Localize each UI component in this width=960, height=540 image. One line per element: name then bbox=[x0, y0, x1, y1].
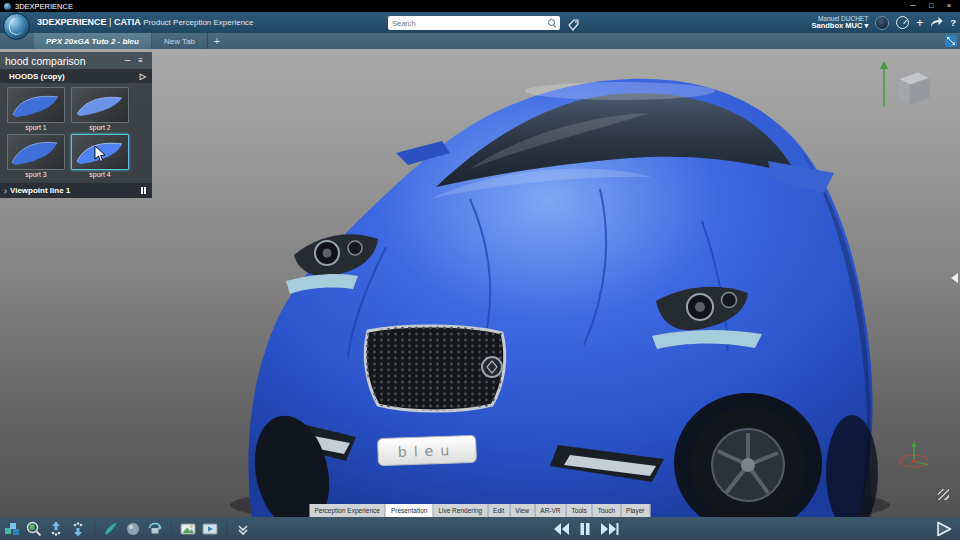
tab-ar-vr[interactable]: AR-VR bbox=[535, 504, 566, 517]
3ds-compass-logo[interactable] bbox=[3, 13, 30, 40]
window-titlebar: 3DEXPERIENCE ─ □ × bbox=[0, 0, 960, 12]
axis-triad-indicator bbox=[894, 439, 934, 475]
3d-viewport[interactable]: bleu hood comparison ─ ≡ HOODS (copy) ▷ … bbox=[0, 49, 960, 517]
app-icon bbox=[4, 3, 11, 10]
hood-comparison-panel: hood comparison ─ ≡ HOODS (copy) ▷ sport… bbox=[0, 52, 152, 198]
brand-divider: | bbox=[109, 17, 111, 27]
user-menu[interactable]: Manuel DUCHET Sandbox MUC ▾ bbox=[811, 15, 868, 30]
tab-tools[interactable]: Tools bbox=[567, 504, 593, 517]
viewpoint-row[interactable]: › Viewpoint line 1 bbox=[0, 183, 152, 198]
workshop-tabbar: Perception Experience Presentation Live … bbox=[309, 504, 650, 517]
explode-down-icon[interactable] bbox=[70, 521, 86, 537]
toolbar-separator bbox=[171, 521, 172, 536]
present-play-icon[interactable] bbox=[934, 520, 954, 540]
brand-suffix: Product Perception Experience bbox=[143, 18, 253, 27]
hood-thumbnail-image[interactable] bbox=[71, 87, 129, 123]
tab-perception-experience[interactable]: Perception Experience bbox=[309, 504, 385, 517]
panel-header[interactable]: hood comparison ─ ≡ bbox=[0, 52, 152, 69]
hood-thumb-label: sport 4 bbox=[70, 171, 130, 178]
tab-player[interactable]: Player bbox=[621, 504, 650, 517]
hood-shape-icon bbox=[8, 88, 64, 122]
close-button[interactable]: × bbox=[940, 0, 958, 12]
hood-shape-icon bbox=[8, 135, 64, 169]
viewpoint-label: Viewpoint line 1 bbox=[10, 186, 138, 195]
collapse-panel-arrow[interactable] bbox=[946, 273, 958, 283]
chevron-right-icon[interactable]: › bbox=[4, 186, 7, 196]
add-content-button[interactable]: + bbox=[916, 17, 923, 29]
viewpoint-pause-icon[interactable] bbox=[141, 187, 147, 194]
brand-text: 3DEXPERIENCE | CATIA Product Perception … bbox=[37, 12, 254, 33]
toolbar-separator bbox=[226, 521, 227, 536]
window-title: 3DEXPERIENCE bbox=[15, 2, 73, 11]
view-cube[interactable] bbox=[872, 57, 936, 119]
material-sphere-icon[interactable] bbox=[125, 521, 141, 537]
tab-touch[interactable]: Touch bbox=[593, 504, 621, 517]
search-icon[interactable] bbox=[548, 19, 556, 27]
document-tabbar: PPX 20xGA Tuto 2 - bleu New Tab + bbox=[0, 33, 960, 49]
zoom-model-icon[interactable] bbox=[26, 521, 42, 537]
hood-thumb-label: sport 2 bbox=[70, 124, 130, 131]
search-input[interactable] bbox=[392, 19, 548, 28]
tab-live-rendering[interactable]: Live Rendering bbox=[433, 504, 488, 517]
explode-up-icon[interactable] bbox=[48, 521, 64, 537]
tab-presentation[interactable]: Presentation bbox=[386, 504, 434, 517]
help-button[interactable]: ? bbox=[950, 17, 956, 28]
dashboard-gauge-icon[interactable] bbox=[896, 16, 909, 29]
hood-thumb-sport3[interactable]: sport 3 bbox=[6, 134, 66, 178]
hood-thumbnail-image[interactable] bbox=[7, 87, 65, 123]
hood-thumb-label: sport 1 bbox=[6, 124, 66, 131]
toolbar-separator bbox=[94, 521, 95, 536]
hood-thumbnail-image[interactable] bbox=[7, 134, 65, 170]
playback-controls bbox=[552, 517, 620, 540]
hood-shape-icon bbox=[72, 88, 128, 122]
hood-thumb-label: sport 3 bbox=[6, 171, 66, 178]
license-plate-text: bleu bbox=[398, 442, 457, 460]
app-window: 3DEXPERIENCE ─ □ × 3DEXPERIENCE | CATIA … bbox=[0, 0, 960, 540]
panel-title: hood comparison bbox=[5, 55, 121, 67]
tab-edit[interactable]: Edit bbox=[488, 504, 510, 517]
step-back-icon[interactable] bbox=[552, 522, 570, 536]
avatar[interactable] bbox=[875, 16, 889, 30]
action-toolbar bbox=[0, 517, 960, 540]
chevron-down-icon: ▾ bbox=[864, 21, 868, 30]
paint-brush-icon[interactable] bbox=[103, 521, 119, 537]
panel-menu-icon[interactable]: ≡ bbox=[134, 56, 147, 65]
mouse-cursor-icon bbox=[94, 145, 106, 167]
manipulation-cubes-icon[interactable] bbox=[4, 521, 20, 537]
step-forward-icon[interactable] bbox=[600, 522, 620, 536]
pause-icon[interactable] bbox=[579, 522, 591, 536]
hoods-section-header[interactable]: HOODS (copy) ▷ bbox=[0, 69, 152, 83]
search-box[interactable] bbox=[388, 16, 560, 30]
hood-thumb-sport2[interactable]: sport 2 bbox=[70, 87, 130, 131]
main-header: 3DEXPERIENCE | CATIA Product Perception … bbox=[0, 12, 960, 33]
document-tab-new[interactable]: New Tab bbox=[152, 33, 208, 49]
share-icon[interactable] bbox=[930, 14, 943, 32]
brand-platform: 3DEXPERIENCE bbox=[37, 17, 107, 27]
maximize-button[interactable]: □ bbox=[922, 0, 940, 12]
hood-thumb-sport4[interactable]: sport 4 bbox=[70, 134, 130, 178]
turntable-icon[interactable] bbox=[147, 521, 163, 537]
brand-app: CATIA bbox=[114, 17, 141, 27]
panel-minimize-button[interactable]: ─ bbox=[121, 56, 134, 65]
hood-thumbnail-grid: sport 1 sport 2 sport 3 bbox=[0, 83, 152, 183]
play-section-icon[interactable]: ▷ bbox=[140, 72, 146, 81]
tab-view[interactable]: View bbox=[510, 504, 535, 517]
fullscreen-icon[interactable] bbox=[945, 35, 957, 47]
snapshot-icon[interactable] bbox=[180, 521, 196, 537]
section-title: HOODS (copy) bbox=[9, 72, 140, 81]
video-capture-icon[interactable] bbox=[202, 521, 218, 537]
new-tab-button[interactable]: + bbox=[208, 33, 226, 49]
more-tools-chevron-icon[interactable] bbox=[235, 521, 251, 537]
minimize-button[interactable]: ─ bbox=[904, 0, 922, 12]
document-tab-active[interactable]: PPX 20xGA Tuto 2 - bleu bbox=[34, 33, 152, 49]
license-plate: bleu bbox=[378, 435, 477, 465]
hood-thumb-sport1[interactable]: sport 1 bbox=[6, 87, 66, 131]
resize-corner-icon[interactable] bbox=[938, 489, 949, 500]
workspace-selector[interactable]: Sandbox MUC ▾ bbox=[811, 22, 868, 30]
